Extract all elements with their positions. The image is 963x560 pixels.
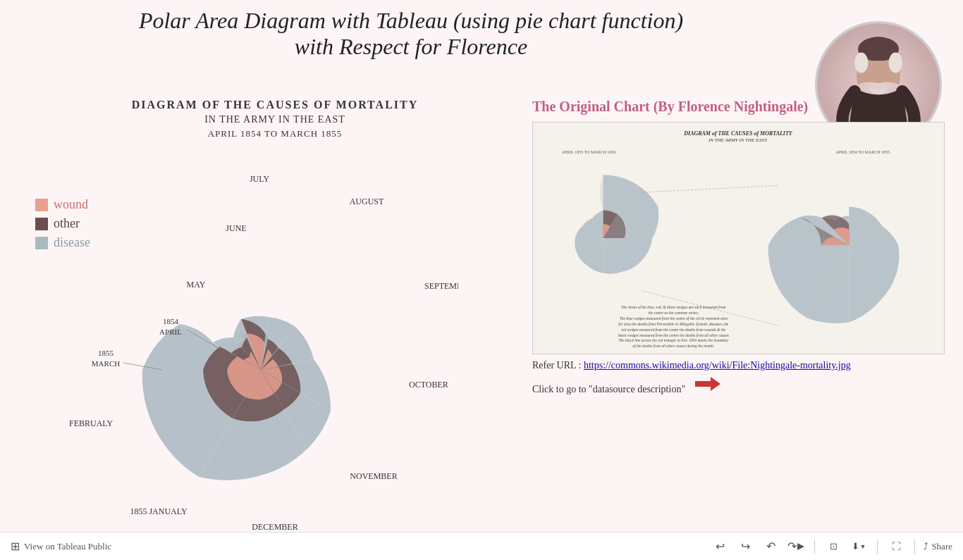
legend-disease: disease [35,235,90,250]
month-november: NOVEMBER [350,471,397,481]
fullscreen-button[interactable]: ⛶ [886,537,906,556]
month-june: JUNE [226,223,246,233]
diagram-area: DIAGRAM OF THE CAUSES OF MORTALITY IN TH… [21,99,529,147]
diagram-title-line1: DIAGRAM OF THE CAUSES OF MORTALITY [21,99,529,111]
month-february: FEBRUALY [69,418,113,428]
legend: wound other disease [35,197,90,254]
svg-text:APRIL 1855 TO MARCH 1856.: APRIL 1855 TO MARCH 1856. [562,150,617,154]
polar-chart-svg: .wound-slice { fill: #e8a090; opacity: 0… [63,169,458,542]
undo-button[interactable]: ↩ [710,537,730,556]
download-button[interactable]: ⬇ ▼ [849,537,869,556]
wound-label: wound [54,197,88,212]
legend-wound: wound [35,197,90,212]
click-to-go-text: Click to go to "datasource description" [532,384,685,394]
back-button[interactable]: ↶ [761,537,780,556]
diagram-date: APRIL 1854 TO MARCH 1855 [21,128,529,139]
svg-point-4 [889,53,902,73]
month-march: MARCH [92,359,120,368]
toolbar-separator-2 [877,540,878,554]
refer-prefix: Refer URL : [532,360,584,371]
month-july: JULY [250,174,269,184]
original-chart-image: DIAGRAM of THE CAUSES of MORTALITY IN TH… [532,122,945,354]
view-button[interactable]: ⊡ [823,537,843,556]
disease-color-swatch [35,237,48,249]
svg-text:red wedges measured from the c: red wedges measured from the centre the … [621,328,726,332]
polar-chart-container: .wound-slice { fill: #e8a090; opacity: 0… [63,169,458,545]
svg-text:The blue wedges measured from : The blue wedges measured from the centre… [620,316,728,321]
svg-text:The Areas of the blue, red, & : The Areas of the blue, red, & black wedg… [621,305,725,309]
svg-marker-23 [797,543,804,550]
refer-url-container: Refer URL : https://commons.wikimedia.or… [532,360,955,371]
month-december: DECEMBER [252,522,298,532]
redo-button[interactable]: ↪ [735,537,755,556]
toolbar-separator-3 [914,540,915,554]
svg-text:black wedges measured from the: black wedges measured from the centre th… [618,333,729,337]
svg-text:the centre as the common verte: the centre as the common vertex. [648,311,699,315]
svg-text:DIAGRAM of THE CAUSES of MORTA: DIAGRAM of THE CAUSES of MORTALITY [683,130,793,137]
month-september: SEPTEMBER [424,281,458,291]
right-panel: The Original Chart (By Florence Nighting… [532,99,955,395]
year-1855: 1855 [98,349,114,357]
forward-button[interactable]: ↷ [786,537,806,556]
month-january: 1855 JANUALY [130,506,187,516]
wound-color-swatch [35,199,48,211]
original-chart-svg: DIAGRAM of THE CAUSES of MORTALITY IN TH… [533,122,944,354]
main-title: Polar Area Diagram with Tableau (using p… [0,7,822,34]
sub-title: with Respect for Florence [0,34,822,60]
svg-text:for area the deaths from Preve: for area the deaths from Preventible or … [618,322,729,326]
share-button[interactable]: ⤴ Share [924,541,952,552]
other-label: other [54,216,80,231]
toolbar-left: ⊞ View on Tableau Public [11,540,111,553]
share-label: Share [931,541,952,552]
toolbar-right: ↩ ↪ ↶ ↷ ⊡ ⬇ ▼ ⛶ ⤴ Share [710,537,952,556]
month-october: OCTOBER [409,380,448,390]
svg-text:APRIL 1854 TO MARCH 1855.: APRIL 1854 TO MARCH 1855. [835,150,890,154]
diagram-title-line2: IN THE ARMY IN THE EAST [21,114,529,125]
disease-label: disease [54,235,90,250]
view-on-tableau-label[interactable]: View on Tableau Public [24,541,111,552]
other-color-swatch [35,218,48,230]
month-april: APRIL [159,328,182,336]
legend-other: other [35,216,90,231]
svg-text:of the deaths from all other c: of the deaths from all other causes duri… [632,344,714,348]
share-icon: ⤴ [924,541,928,552]
original-chart-title: The Original Chart (By Florence Nighting… [532,99,955,115]
year-1854: 1854 [163,317,179,325]
refer-link[interactable]: https://commons.wikimedia.org/wiki/File:… [584,360,851,371]
svg-text:The black line across the red : The black line across the red triangle i… [618,338,728,342]
toolbar-separator-1 [814,540,815,554]
tableau-icon: ⊞ [11,540,20,553]
svg-point-3 [854,53,868,73]
toolbar: ⊞ View on Tableau Public ↩ ↪ ↶ ↷ ⊡ ⬇ ▼ ⛶ [0,532,963,560]
arrow-button[interactable] [695,375,720,395]
month-may: MAY [187,280,206,290]
month-august: AUGUST [350,197,384,206]
click-to-go-container: Click to go to "datasource description" [532,375,955,395]
svg-text:IN THE ARMY IN THE EAST.: IN THE ARMY IN THE EAST. [708,137,768,143]
